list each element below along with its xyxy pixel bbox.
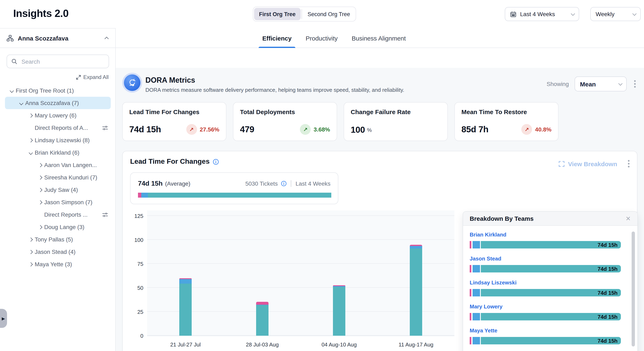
chevron-up-icon[interactable] [104,37,109,41]
tickets-count: 5030 Tickets [245,180,278,187]
team-bar-deployment: 74d 15h [481,265,621,272]
x-tick-label: 28 Jul-03 Aug [246,341,279,348]
granularity-dropdown[interactable]: Weekly [590,7,641,21]
tree-item-2[interactable]: Mary Lowery (6) [5,109,111,122]
bar-1[interactable] [256,302,268,336]
chevron-right-icon[interactable] [36,201,44,204]
tree-item-11[interactable]: Doug Lange (3) [5,221,111,233]
search-input[interactable] [21,58,104,65]
bar-segment-deployment [410,248,422,336]
y-tick-label: 125 [124,213,143,219]
metric-card-delta: ↗40.8% [522,124,552,135]
tree-item-13[interactable]: Jason Stead (4) [5,246,111,258]
date-range-dropdown[interactable]: Last 4 Weeks [505,7,579,21]
chevron-right-icon[interactable] [36,176,44,179]
sidebar-collapse-handle[interactable]: ▶ [0,309,7,328]
tree-item-0[interactable]: First Org Tree Root (1) [5,84,111,97]
bar-3[interactable] [410,244,422,336]
expand-all-button[interactable]: Expand All [76,74,109,80]
chevron-down-icon[interactable] [26,151,35,154]
info-icon[interactable] [281,181,287,186]
tree-item-6[interactable]: Aaron Van Langen... [5,159,111,171]
gridline-50 [147,287,454,288]
chevron-right-icon[interactable] [36,225,44,228]
team-value: 74d 15h [598,266,618,272]
metric-card-1: Total Deployments479↗3.68% [233,102,337,141]
team-bar-deployment: 74d 15h [481,241,621,248]
team-row-0: Brian Kirkland74d 15h [470,231,621,248]
team-row-1: Jason Stead74d 15h [470,255,621,272]
chevron-right-icon[interactable] [26,263,35,266]
chevron-right-icon[interactable] [26,139,35,142]
filters-icon[interactable] [102,125,108,131]
team-name-link[interactable]: Maya Yette [470,327,497,334]
chevron-right-icon[interactable] [26,238,35,241]
play-icon: ▶ [2,316,5,321]
chevron-right-icon[interactable] [26,250,35,253]
bar-segment-deployment [179,283,192,336]
tree-item-12[interactable]: Tony Pallas (5) [5,233,111,246]
breakdown-panel-header: Breakdown By Teams ✕ [463,212,638,226]
toggle-first-org-tree[interactable]: First Org Tree [254,8,300,20]
filters-icon[interactable] [102,211,108,218]
tree-item-8[interactable]: Judy Saw (4) [5,184,111,196]
agile-cycle-icon [128,78,137,87]
team-value: 74d 15h [598,313,618,320]
tree-item-1[interactable]: Anna Scozzafava (7) [5,97,111,109]
lead-time-card: Lead Time For Changes View Breakdown 74d… [122,151,638,351]
tree-item-4[interactable]: Lindsay Liszewski (8) [5,134,111,146]
tree-item-10[interactable]: Direct Reports ... [5,208,111,221]
dora-kebab-menu[interactable] [632,79,638,89]
tree-item-3[interactable]: Direct Reports of A... [5,122,111,134]
close-icon[interactable]: ✕ [624,214,632,223]
toggle-second-org-tree[interactable]: Second Org Tree [302,8,355,20]
chevron-right-icon[interactable] [36,188,44,191]
team-name-link[interactable]: Brian Kirkland [470,231,506,238]
team-name-link[interactable]: Mary Lowery [470,303,502,310]
team-bar-review [472,241,480,248]
bar-0[interactable] [179,278,192,336]
scrollbar-thumb[interactable] [632,231,635,346]
tree-item-14[interactable]: Maya Yette (3) [5,258,111,270]
team-row-4: Maya Yette74d 15h [470,327,621,344]
tab-productivity[interactable]: Productivity [306,28,338,48]
chevron-down-icon[interactable] [8,89,16,92]
team-name-link[interactable]: Jason Stead [470,255,501,262]
x-tick-label: 11 Aug-17 Aug [399,341,434,348]
chevron-right-icon[interactable] [26,114,35,117]
bar-2[interactable] [333,285,345,336]
aggregation-dropdown[interactable]: Mean [574,77,627,91]
tree-item-7[interactable]: Sireesha Kunduri (7) [5,171,111,184]
tab-business-alignment[interactable]: Business Alignment [352,28,406,48]
trend-up-icon: ↗ [522,124,532,135]
tree-item-label: Mary Lowery (6) [35,112,76,119]
view-breakdown-button[interactable]: View Breakdown [558,160,617,167]
tree-item-9[interactable]: Jason Simpson (7) [5,196,111,208]
dora-metrics-title: DORA Metrics [146,76,195,85]
trend-up-icon: ↗ [300,124,311,135]
sidebar-header[interactable]: Anna Scozzafava [0,28,115,48]
metric-card-value-row: 100% [351,125,441,135]
tree-item-5[interactable]: Brian Kirkland (6) [5,146,111,159]
metric-card-0: Lead Time For Changes74d 15h↗27.56% [122,102,226,141]
team-bar: 74d 15h [470,265,621,272]
top-right-controls: Last 4 Weeks Weekly [505,7,641,21]
chevron-right-icon[interactable] [36,164,44,166]
summary-suffix: (Average) [165,180,190,187]
view-breakdown-label: View Breakdown [568,160,617,167]
bar-segment-deployment [333,287,345,336]
strip-segment-review [141,193,148,198]
lead-time-kebab-menu[interactable] [626,158,631,169]
calendar-icon [510,11,516,17]
metric-card-2: Change Failure Rate100% [344,102,448,141]
tab-efficiency[interactable]: Efficiency [262,28,292,48]
info-icon[interactable] [213,159,219,165]
showing-control: Showing Mean [547,77,638,91]
metric-card-value: 100 [351,125,365,135]
chevron-down-icon[interactable] [17,102,25,104]
bar-segment-planning [410,244,422,246]
org-tree-toggle: First Org Tree Second Org Tree [253,7,356,22]
strip-segment-planning [138,193,141,198]
team-name-link[interactable]: Lindsay Liszewski [470,279,516,286]
chevron-down-icon [632,11,636,16]
